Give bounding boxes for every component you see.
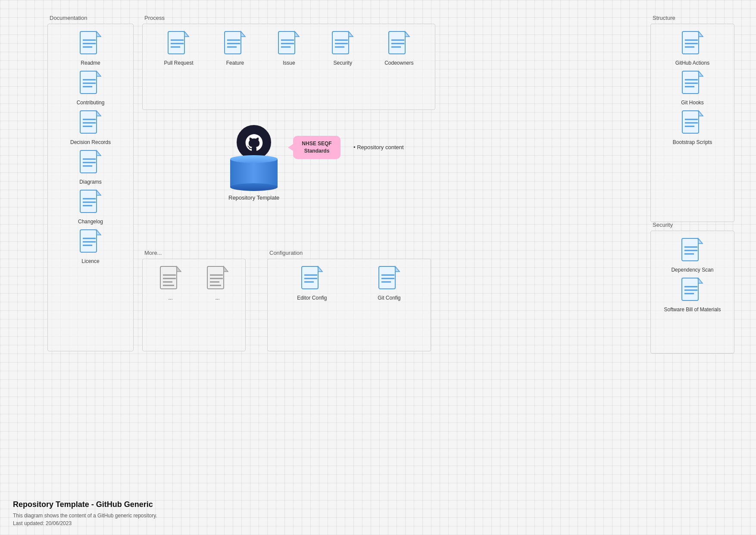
svg-marker-71 bbox=[698, 238, 703, 244]
svg-marker-41 bbox=[295, 31, 299, 37]
repo-template-label: Repository Template bbox=[228, 194, 279, 201]
nhse-label: NHSE SEQF Standards bbox=[302, 141, 331, 154]
list-item: Security bbox=[331, 31, 355, 66]
list-item: Bootstrap Scripts bbox=[673, 110, 712, 145]
list-item: Issue bbox=[277, 31, 301, 66]
svg-marker-1 bbox=[97, 31, 101, 37]
document-icon bbox=[78, 229, 103, 257]
footer-description: This diagram shows the content of a GitH… bbox=[13, 513, 157, 519]
item-label: Codeowners bbox=[384, 60, 413, 66]
more-section: More... ... bbox=[142, 259, 246, 351]
list-item: Changelog bbox=[78, 189, 103, 225]
item-label: Feature bbox=[226, 60, 244, 66]
svg-rect-20 bbox=[80, 190, 97, 213]
item-label: ... bbox=[215, 295, 219, 301]
footer: Repository Template - GitHub Generic Thi… bbox=[13, 500, 157, 526]
list-item: Software Bill of Materials bbox=[664, 277, 721, 313]
svg-rect-35 bbox=[225, 31, 241, 54]
list-item: GitHub Actions bbox=[675, 31, 709, 66]
document-icon bbox=[223, 31, 247, 58]
documentation-items: Readme Contributing bbox=[48, 24, 133, 271]
document-icon bbox=[681, 70, 705, 98]
document-icon bbox=[166, 31, 191, 58]
structure-label: Structure bbox=[653, 15, 675, 21]
list-item: Decision Records bbox=[70, 110, 111, 145]
svg-marker-36 bbox=[241, 31, 245, 37]
svg-rect-25 bbox=[80, 230, 97, 252]
list-item: Git Config bbox=[377, 266, 401, 301]
svg-rect-50 bbox=[389, 31, 405, 54]
svg-marker-56 bbox=[699, 31, 703, 37]
list-item: Dependency Scan bbox=[671, 238, 713, 273]
svg-marker-93 bbox=[318, 266, 322, 272]
list-item: Readme bbox=[78, 31, 103, 66]
item-label: Diagrams bbox=[79, 179, 101, 185]
svg-rect-70 bbox=[682, 238, 698, 261]
svg-marker-26 bbox=[97, 230, 101, 235]
item-label: GitHub Actions bbox=[675, 60, 709, 66]
svg-marker-11 bbox=[97, 111, 101, 116]
list-item: Editor Config bbox=[297, 266, 327, 301]
more-label: More... bbox=[144, 250, 162, 256]
list-item: Feature bbox=[223, 31, 247, 66]
list-item: Licence bbox=[78, 229, 103, 264]
document-icon bbox=[78, 110, 103, 138]
configuration-section: Configuration Editor Config bbox=[267, 259, 431, 351]
process-items: Pull Request Feature bbox=[143, 24, 435, 72]
svg-rect-55 bbox=[682, 31, 699, 54]
document-icon bbox=[680, 238, 704, 265]
document-icon bbox=[331, 31, 355, 58]
svg-marker-81 bbox=[177, 266, 181, 272]
svg-rect-45 bbox=[332, 31, 349, 54]
svg-rect-10 bbox=[80, 111, 97, 133]
item-label: Editor Config bbox=[297, 295, 327, 301]
document-icon bbox=[277, 31, 301, 58]
process-section: Process Pull Request bbox=[142, 24, 435, 110]
item-label: Dependency Scan bbox=[671, 267, 713, 273]
process-label: Process bbox=[144, 15, 165, 21]
svg-rect-92 bbox=[302, 266, 318, 289]
svg-rect-30 bbox=[168, 31, 184, 54]
list-item: Contributing bbox=[77, 70, 105, 106]
config-items: Editor Config Git Config bbox=[268, 259, 431, 307]
db-top bbox=[230, 155, 278, 163]
github-logo bbox=[237, 125, 271, 160]
center-visual: Repository Template bbox=[228, 125, 279, 201]
document-icon bbox=[377, 266, 401, 293]
svg-rect-97 bbox=[379, 266, 395, 289]
svg-rect-5 bbox=[80, 71, 97, 94]
item-label: Issue bbox=[283, 60, 295, 66]
list-item: Codeowners bbox=[384, 31, 413, 66]
db-bottom bbox=[230, 183, 278, 191]
main-canvas: Documentation Readme bbox=[0, 0, 756, 535]
svg-marker-16 bbox=[97, 150, 101, 156]
github-icon bbox=[242, 131, 266, 154]
item-label: Decision Records bbox=[70, 139, 111, 145]
item-label: Software Bill of Materials bbox=[664, 307, 721, 313]
configuration-label: Configuration bbox=[269, 250, 303, 256]
document-icon-gray bbox=[159, 266, 183, 293]
structure-items: GitHub Actions Git Hooks bbox=[651, 24, 734, 152]
svg-rect-60 bbox=[682, 71, 699, 94]
list-item: ... bbox=[206, 266, 230, 301]
document-icon bbox=[78, 70, 103, 98]
footer-title: Repository Template - GitHub Generic bbox=[13, 500, 157, 509]
document-icon bbox=[681, 31, 705, 58]
svg-rect-15 bbox=[80, 150, 97, 173]
svg-rect-65 bbox=[682, 111, 699, 133]
nhse-bubble: NHSE SEQF Standards bbox=[293, 136, 341, 159]
list-item: Diagrams bbox=[78, 150, 103, 185]
document-icon bbox=[681, 110, 705, 138]
item-label: Git Config bbox=[378, 295, 400, 301]
svg-marker-6 bbox=[97, 71, 101, 76]
item-label: Readme bbox=[81, 60, 100, 66]
document-icon bbox=[300, 266, 324, 293]
list-item: ... bbox=[159, 266, 183, 301]
svg-marker-46 bbox=[349, 31, 353, 37]
document-icon bbox=[78, 189, 103, 217]
svg-marker-61 bbox=[699, 71, 703, 76]
document-icon-gray bbox=[206, 266, 230, 293]
security-items: Dependency Scan Software Bill of Materia… bbox=[651, 231, 734, 319]
nhse-area: NHSE SEQF Standards • Repository content bbox=[293, 136, 404, 159]
svg-marker-87 bbox=[224, 266, 228, 272]
